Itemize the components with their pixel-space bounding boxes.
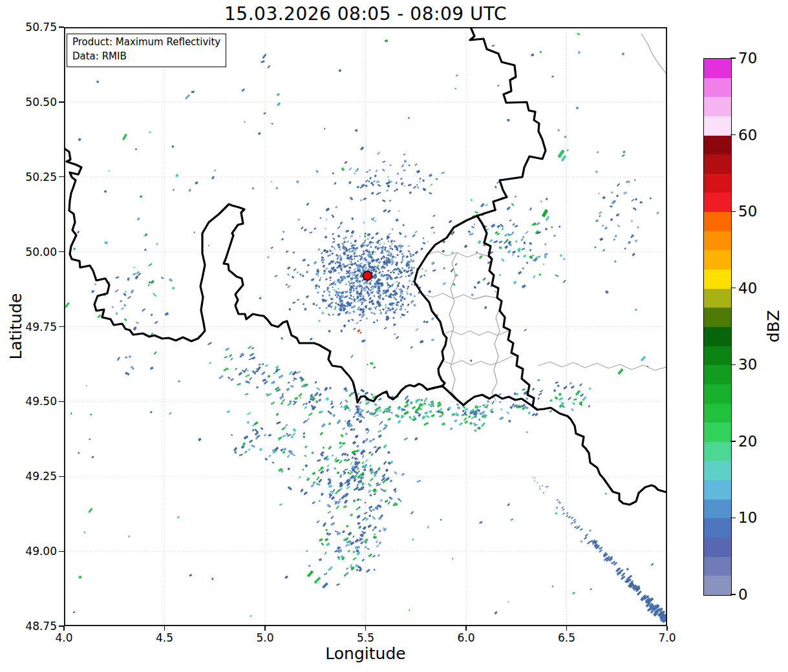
colorbar-tick — [730, 134, 736, 135]
admin-borders — [422, 34, 667, 402]
colorbar-band — [704, 116, 731, 136]
colorbar-band — [704, 59, 731, 78]
y-tick — [59, 101, 64, 102]
gridlines — [64, 27, 667, 626]
colorbar-tick — [730, 288, 736, 288]
x-tick-label: 4.0 — [55, 631, 72, 644]
product-line: Product: Maximum Reflectivity — [72, 36, 220, 50]
y-tick — [59, 251, 64, 252]
colorbar-band — [704, 384, 731, 404]
y-tick-label: 49.25 — [12, 470, 57, 483]
x-tick — [164, 626, 165, 631]
data-source-line: Data: RMIB — [72, 50, 220, 64]
x-tick — [666, 626, 667, 631]
colorbar — [703, 58, 732, 596]
colorbar-band — [704, 499, 731, 519]
colorbar-tick — [730, 441, 736, 441]
x-tick-label: 4.5 — [156, 631, 173, 644]
x-tick-label: 5.5 — [357, 631, 374, 644]
colorbar-tick — [730, 364, 736, 365]
colorbar-tick — [730, 518, 736, 518]
colorbar-band — [704, 269, 731, 289]
colorbar-band — [704, 327, 731, 346]
colorbar-tick-label: 0 — [738, 586, 748, 603]
colorbar-tick — [730, 594, 736, 594]
colorbar-tick-label: 70 — [738, 50, 757, 67]
colorbar-tick-label: 30 — [738, 356, 757, 373]
x-tick-label: 6.5 — [558, 631, 575, 644]
colorbar-band — [704, 250, 731, 269]
colorbar-tick-label: 10 — [738, 509, 757, 526]
colorbar-band — [704, 308, 731, 327]
colorbar-band — [704, 212, 731, 231]
colorbar-tick-label: 60 — [738, 127, 757, 143]
y-tick — [59, 176, 64, 177]
colorbar-band — [704, 442, 731, 461]
colorbar-tick — [730, 58, 736, 58]
colorbar-band — [704, 461, 731, 480]
x-tick — [63, 626, 64, 631]
x-tick-label: 7.0 — [658, 631, 676, 644]
colorbar-band — [704, 365, 731, 384]
y-tick-label: 50.00 — [12, 246, 57, 258]
colorbar-unit-label: dBZ — [764, 310, 783, 342]
colorbar-tick — [730, 211, 736, 212]
colorbar-band — [704, 231, 731, 251]
x-tick — [465, 626, 466, 631]
product-info-box: Product: Maximum Reflectivity Data: RMIB — [67, 34, 226, 67]
radar-echo-layer — [65, 33, 667, 624]
radar-figure: 15.03.2026 08:05 - 08:09 UTC Product: Ma… — [0, 0, 788, 672]
chart-title: 15.03.2026 08:05 - 08:09 UTC — [64, 3, 667, 25]
x-tick — [264, 626, 265, 631]
colorbar-band — [704, 289, 731, 308]
y-tick-label: 49.50 — [12, 395, 57, 408]
y-tick — [59, 625, 64, 626]
colorbar-band — [704, 518, 731, 538]
y-tick-label: 48.75 — [12, 620, 57, 633]
colorbar-band — [704, 78, 731, 98]
colorbar-tick-label: 20 — [738, 433, 757, 450]
radar-map — [64, 27, 667, 626]
colorbar-band — [704, 557, 731, 576]
colorbar-band — [704, 154, 731, 174]
colorbar-band — [704, 346, 731, 366]
colorbar-tick-label: 50 — [738, 203, 757, 220]
colorbar-band — [704, 97, 731, 116]
colorbar-band — [704, 480, 731, 499]
colorbar-band — [704, 174, 731, 193]
x-tick-label: 5.0 — [256, 631, 273, 644]
colorbar-band — [704, 136, 731, 155]
x-tick — [566, 626, 567, 631]
y-tick — [59, 401, 64, 402]
y-tick-label: 49.00 — [12, 545, 57, 558]
y-tick-label: 50.75 — [12, 21, 57, 34]
y-tick-label: 50.25 — [12, 171, 57, 184]
radar-site-marker — [363, 271, 372, 280]
colorbar-band — [704, 423, 731, 442]
colorbar-band — [704, 538, 731, 557]
colorbar-band — [704, 193, 731, 212]
colorbar-band — [704, 404, 731, 423]
colorbar-band — [704, 576, 731, 595]
y-tick — [59, 26, 64, 27]
x-axis-label: Longitude — [64, 644, 667, 663]
y-tick-label: 50.50 — [12, 96, 57, 109]
y-tick — [59, 476, 64, 477]
colorbar-tick-label: 40 — [738, 280, 757, 297]
y-tick — [59, 551, 64, 552]
y-tick — [59, 326, 64, 327]
x-tick-label: 6.0 — [457, 631, 474, 644]
x-tick — [365, 626, 366, 631]
y-axis-label: Latitude — [6, 293, 25, 360]
